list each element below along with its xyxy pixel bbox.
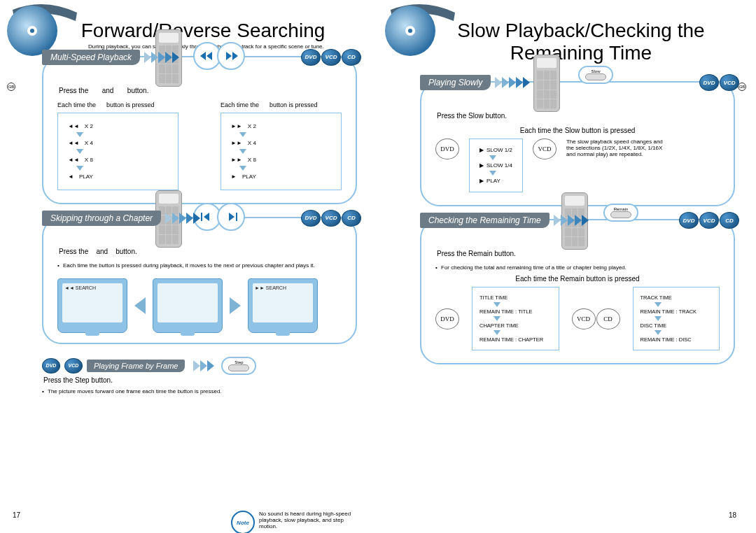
chevron-icons (554, 215, 589, 226)
vcd-tag: VCD (64, 358, 83, 374)
svg-point-7 (408, 29, 412, 33)
remote-illustration (533, 55, 560, 112)
instruction-line: Press the Slow button. (437, 112, 720, 120)
slow-button-illustration: Slow (578, 66, 613, 84)
vcd-tag: VCD (321, 49, 341, 66)
cd-tag: CD (342, 210, 361, 227)
step-button-illustration: Step (221, 357, 256, 375)
skipping-panel: DVD VCD CD Skipping through a Chapter Pr… (42, 217, 357, 344)
note-icon: Note (231, 511, 255, 533)
dvd-label-icon: DVD (435, 308, 459, 329)
chevron-icons (495, 77, 530, 88)
chevron-icons (144, 52, 179, 63)
svg-rect-3 (201, 213, 202, 221)
page-number: 17 (13, 511, 20, 519)
playing-slowly-panel: Slow DVD VCD Playing Slowly Press the Sl… (420, 81, 735, 206)
bullet-list: Each time the button is pressed during p… (57, 262, 342, 269)
vcd-tag: VCD (699, 212, 719, 229)
slow-sequence-box: ▶SLOW 1/2 ▶SLOW 1/4 ▶PLAY (469, 138, 523, 192)
instruction-line: Press the Remain button. (437, 250, 720, 257)
tv-diagram: ◄◄ SEARCH ►► SEARCH (57, 278, 342, 333)
page-title: Forward/Reverse Searching (42, 21, 364, 41)
tv-icon: ►► SEARCH (248, 278, 318, 333)
cd-tag: CD (720, 212, 739, 229)
note-block: Note No sound is heard during high-speed… (231, 511, 357, 533)
page-title-a: Slow Playback/Checking the (420, 21, 742, 41)
chevron-icons (165, 213, 200, 224)
rewind-glyph: ◄◄ (68, 123, 79, 129)
vcd-label-icon: VCD (572, 308, 596, 329)
dvd-tag: DVD (679, 212, 699, 229)
panel-title: Multi-Speed Playback (42, 50, 140, 65)
slow-info-text: The slow playback speed changes and the … (566, 138, 664, 157)
vcd-tag: VCD (720, 74, 739, 91)
col-header: Each time the button is pressed (220, 101, 342, 108)
disc-compat-tags: DVD VCD CD (679, 212, 739, 229)
heading: Each time the Slow button is pressed (435, 127, 720, 134)
bullet-list: The picture moves forward one frame each… (42, 388, 357, 395)
panel-title: Checking the Remaining Time (420, 213, 550, 228)
page-18: GB Slow Playback/Checking the Remaining … (378, 0, 756, 533)
skip-fwd-icon (217, 203, 245, 231)
forward-icon (217, 42, 245, 70)
page-title-b: Remaining Time (420, 43, 742, 63)
manual-spread: GB Forward/Reverse Searching During play… (0, 0, 756, 533)
vcd-label-icon: VCD (533, 138, 556, 159)
tv-icon: ◄◄ SEARCH (57, 278, 127, 333)
tv-icon (153, 278, 223, 333)
instruction-line: Press the and button. (59, 87, 342, 94)
dvd-tag: DVD (301, 49, 321, 66)
panel-title: Skipping through a Chapter (42, 211, 161, 226)
cd-label-icon: CD (596, 308, 620, 329)
bullet-list: For checking the total and remaining tim… (435, 264, 720, 271)
disc-compat-tags: DVD VCD CD (301, 210, 361, 227)
cd-tag: CD (342, 49, 361, 66)
dvd-tag: DVD (301, 210, 321, 227)
page-number: 18 (729, 511, 736, 519)
rewind-speed-box: ◄◄X 2 ◄◄X 4 ◄◄X 8 ◄PLAY (57, 113, 178, 190)
forward-speed-box: ►►X 2 ►►X 4 ►►X 8 ►PLAY (220, 113, 342, 190)
dvd-tag: DVD (42, 358, 60, 374)
page-17: GB Forward/Reverse Searching During play… (0, 0, 378, 533)
remain-dvd-box: TITLE TIME REMAIN TIME : TITLE CHAPTER T… (472, 287, 559, 350)
dvd-label-icon: DVD (435, 138, 459, 159)
instruction-line: Press the Step button. (43, 376, 357, 384)
gb-mark: GB (7, 83, 15, 91)
dvd-tag: DVD (699, 74, 719, 91)
note-text: No sound is heard during high-speed play… (259, 511, 357, 530)
remain-vcdcd-box: TRACK TIME REMAIN TIME : TRACK DISC TIME… (633, 287, 720, 350)
col-header: Each time the button is pressed (57, 101, 178, 108)
chevron-icons (193, 360, 214, 371)
disc-compat-tags: DVD VCD (699, 74, 739, 91)
remain-button-illustration: Remain (603, 204, 638, 222)
heading: Each time the Remain button is pressed (435, 275, 720, 283)
svg-point-2 (30, 29, 34, 33)
remaining-time-panel: Remain DVD VCD CD Checking the Remaining… (420, 219, 735, 364)
arrow-left-icon (134, 297, 146, 314)
svg-rect-4 (236, 213, 237, 221)
multispeed-panel: DVD VCD CD Multi-Speed Playback Press th… (42, 56, 357, 204)
frame-by-frame-section: DVD VCD Playing Frame by Frame Step (42, 357, 357, 375)
disc-filmstrip-art (384, 0, 461, 66)
arrow-right-icon (230, 297, 241, 314)
instruction-line: Press the and button. (59, 248, 342, 255)
panel-title: Playing Slowly (420, 75, 491, 90)
forward-glyph: ►► (231, 123, 242, 129)
section-title: Playing Frame by Frame (87, 360, 185, 372)
vcd-tag: VCD (321, 210, 341, 227)
disc-compat-tags: DVD VCD CD (301, 49, 361, 66)
